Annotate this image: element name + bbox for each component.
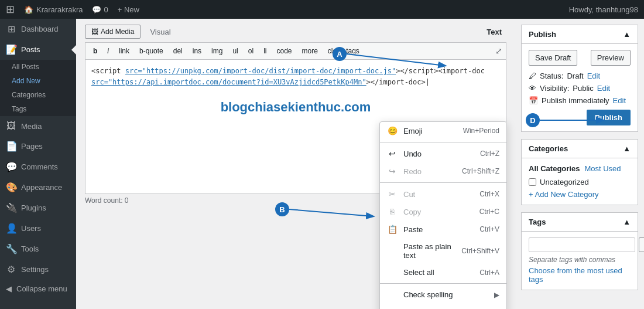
sidebar-item-tools[interactable]: 🔧 Tools <box>0 239 76 259</box>
sidebar-item-pages[interactable]: 📄 Pages <box>0 136 76 157</box>
sidebar-item-all-posts[interactable]: All Posts <box>0 60 76 74</box>
add-media-button[interactable]: 🖼 Add Media <box>85 25 141 39</box>
cut-icon: ✂ <box>387 189 398 199</box>
tags-input[interactable] <box>529 237 635 252</box>
sidebar-label-appearance: Appearance <box>21 183 62 192</box>
status-value: Draft <box>567 72 583 80</box>
visibility-edit-link[interactable]: Edit <box>597 84 610 93</box>
sidebar-item-media[interactable]: 🖼 Media <box>0 116 76 136</box>
admin-bar: ⊞ 🏠 Krararakrakra 💬 0 + New Howdy, thanh… <box>0 0 644 19</box>
sidebar-item-appearance[interactable]: 🎨 Appearance <box>0 177 76 198</box>
sidebar-item-add-new[interactable]: Add New <box>0 74 76 88</box>
all-posts-label: All Posts <box>12 63 39 71</box>
save-draft-button[interactable]: Save Draft <box>529 50 577 66</box>
sidebar-label-media: Media <box>21 122 42 131</box>
ctx-copy-shortcut: Ctrl+C <box>479 208 499 216</box>
comments-link[interactable]: 💬 0 <box>92 5 108 14</box>
ctx-paste-plain-label: Paste as plain text <box>403 242 455 260</box>
ctx-paste[interactable]: 📋 Paste Ctrl+V <box>380 220 506 238</box>
preview-button[interactable]: Preview <box>591 50 631 66</box>
ctx-writing-dir[interactable]: Writing direction ▶ <box>380 303 506 309</box>
sidebar-item-tags[interactable]: Tags <box>0 102 76 116</box>
ctx-redo-shortcut: Ctrl+Shift+Z <box>462 167 499 175</box>
ctx-undo[interactable]: ↩ Undo Ctrl+Z <box>380 145 506 162</box>
ctx-cut[interactable]: ✂ Cut Ctrl+X <box>380 185 506 203</box>
tab-visual[interactable]: Visual <box>145 25 175 39</box>
publish-time-edit-link[interactable]: Edit <box>613 96 626 105</box>
sidebar-item-dashboard[interactable]: ⊞ Dashboard <box>0 19 76 39</box>
users-icon: 👤 <box>6 223 16 234</box>
categories-panel: Categories ▲ All Categories Most Used Un… <box>521 139 638 205</box>
categories-label: Categories <box>12 91 46 99</box>
format-bquote[interactable]: b-quote <box>135 45 167 57</box>
ctx-emoji-shortcut: Win+Period <box>463 127 499 135</box>
status-edit-link[interactable]: Edit <box>587 72 600 80</box>
sidebar-item-posts[interactable]: 📝 Posts <box>0 39 76 60</box>
sidebar-item-settings[interactable]: ⚙ Settings <box>0 259 76 280</box>
publish-panel-chevron[interactable]: ▲ <box>623 30 631 39</box>
add-new-category-link[interactable]: + Add New Category <box>529 190 631 199</box>
visibility-row: 👁 Visibility: Public Edit <box>529 84 631 93</box>
editor-tabs-bar: 🖼 Add Media Visual Text <box>85 25 506 39</box>
tags-panel: Tags ▲ Add Separate tags with commas Cho… <box>521 212 638 290</box>
category-checkbox-uncategorized[interactable] <box>529 178 536 186</box>
categories-panel-chevron[interactable]: ▲ <box>623 144 631 153</box>
format-bold[interactable]: b <box>89 45 101 57</box>
tags-label: Tags <box>12 105 26 113</box>
format-img[interactable]: img <box>207 45 227 57</box>
format-ul[interactable]: ul <box>228 45 242 57</box>
format-link[interactable]: link <box>115 45 133 57</box>
ctx-copy[interactable]: ⎘ Copy Ctrl+C <box>380 203 506 220</box>
ctx-paste-label: Paste <box>403 225 423 234</box>
publish-time-label: Publish immediately <box>542 96 609 105</box>
collapse-menu-button[interactable]: ◀ Collapse menu <box>0 280 76 298</box>
sidebar-item-plugins[interactable]: 🔌 Plugins <box>0 198 76 218</box>
site-name[interactable]: 🏠 Krararakrakra <box>24 5 83 14</box>
tab-all-categories[interactable]: All Categories <box>529 164 580 173</box>
tags-input-row: Add <box>529 237 631 252</box>
format-ol[interactable]: ol <box>244 45 258 57</box>
ctx-paste-plain-shortcut: Ctrl+Shift+V <box>461 247 499 255</box>
format-more[interactable]: more <box>298 45 322 57</box>
sidebar-item-categories[interactable]: Categories <box>0 88 76 102</box>
settings-icon: ⚙ <box>6 264 16 275</box>
expand-editor-icon[interactable]: ⤢ <box>495 46 502 56</box>
tags-panel-title: Tags <box>529 218 546 226</box>
format-del[interactable]: del <box>169 45 187 57</box>
editor-code-content: <script src="https://unpkg.com/import-do… <box>91 66 500 88</box>
format-close-tags[interactable]: close tags <box>324 45 364 57</box>
new-content-link[interactable]: + New <box>118 5 139 14</box>
publish-panel-content: Save Draft Preview 🖊 Status: Draft Edit … <box>522 44 638 131</box>
sidebar-label-settings: Settings <box>21 265 49 274</box>
publish-panel: Publish ▲ Save Draft Preview 🖊 Status: D… <box>521 25 638 132</box>
status-icon: 🖊 <box>529 72 536 80</box>
publish-button-row: Publish <box>529 110 631 125</box>
tab-text[interactable]: Text <box>482 25 506 39</box>
calendar-icon: 📅 <box>529 96 538 105</box>
ctx-cut-shortcut: Ctrl+X <box>479 190 499 198</box>
tab-most-used[interactable]: Most Used <box>584 164 621 173</box>
admin-sidebar: ⊞ Dashboard 📝 Posts All Posts Add New Ca… <box>0 19 76 309</box>
format-li[interactable]: li <box>259 45 270 57</box>
publish-status-row: 🖊 Status: Draft Edit <box>529 72 631 80</box>
wp-logo-icon: ⊞ <box>6 3 15 16</box>
ctx-spell-check[interactable]: Check spelling ▶ <box>380 286 506 303</box>
ctx-emoji[interactable]: 😊 Emoji Win+Period <box>380 122 506 140</box>
sidebar-item-comments[interactable]: 💬 Comments <box>0 157 76 177</box>
tags-panel-chevron[interactable]: ▲ <box>623 218 631 226</box>
format-ins[interactable]: ins <box>189 45 205 57</box>
choose-most-used-tags-link[interactable]: Choose from the most used tags <box>529 266 622 284</box>
ctx-redo[interactable]: ↪ Redo Ctrl+Shift+Z <box>380 162 506 180</box>
ctx-paste-shortcut: Ctrl+V <box>479 225 499 233</box>
tags-panel-content: Add Separate tags with commas Choose fro… <box>522 232 638 290</box>
categories-panel-header: Categories ▲ <box>522 140 638 158</box>
format-code[interactable]: code <box>272 45 296 57</box>
ctx-paste-plain[interactable]: Paste as plain text Ctrl+Shift+V <box>380 238 506 264</box>
visibility-value: Public <box>573 84 593 93</box>
ctx-select-all[interactable]: Select all Ctrl+A <box>380 264 506 281</box>
format-italic[interactable]: i <box>103 45 113 57</box>
sidebar-label-pages: Pages <box>21 142 43 151</box>
publish-button[interactable]: Publish <box>587 110 631 125</box>
sidebar-item-users[interactable]: 👤 Users <box>0 218 76 239</box>
add-tag-button[interactable]: Add <box>639 237 644 252</box>
